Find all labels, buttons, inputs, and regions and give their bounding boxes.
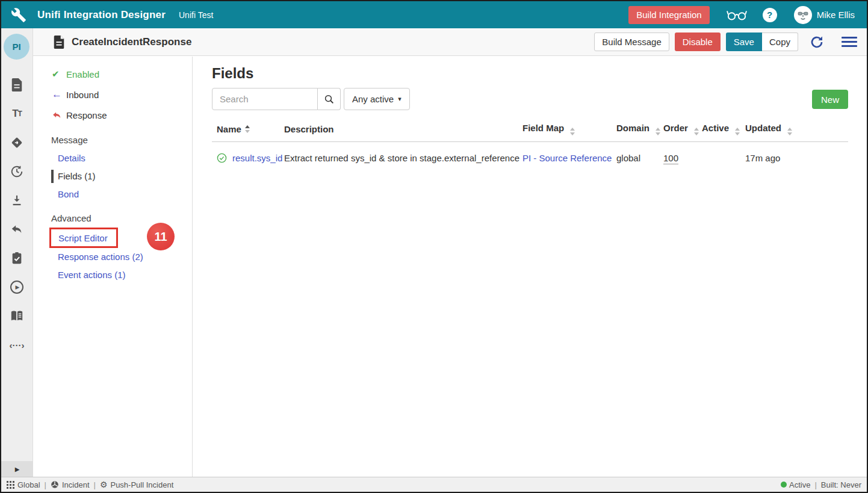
search-button[interactable] <box>318 88 341 110</box>
main-content: Fields Any active ▾ New Name Description… <box>193 57 867 477</box>
sort-icon[interactable] <box>570 128 575 135</box>
run-icon[interactable]: ▶ <box>10 280 24 294</box>
nav-enabled[interactable]: ✔ Enabled <box>34 64 192 84</box>
nav-item-bond[interactable]: Bond <box>34 185 192 203</box>
statusbar-right: Active | Built: Never <box>781 480 861 489</box>
history-icon[interactable] <box>10 164 24 179</box>
cell-updated: 17m ago <box>745 153 848 163</box>
code-icon[interactable]: ‹···› <box>10 338 24 352</box>
nav-response[interactable]: Response <box>34 105 192 125</box>
refresh-button[interactable] <box>810 35 824 49</box>
inbound-arrow-icon: ← <box>52 88 64 101</box>
download-icon[interactable] <box>10 193 24 208</box>
nav-item-script-editor[interactable]: Script Editor <box>51 233 108 243</box>
glasses-icon[interactable] <box>727 8 747 22</box>
wrench-icon <box>11 7 26 23</box>
cell-name: result.sys_id <box>212 153 284 163</box>
nav-item-fields[interactable]: Fields (1) <box>34 167 192 185</box>
check-icon: ✔ <box>52 69 64 79</box>
cell-description: Extract returned sys_id & store in stage… <box>284 153 522 163</box>
disable-button[interactable]: Disable <box>675 33 721 51</box>
sort-icon[interactable] <box>245 125 250 133</box>
column-header-field-map[interactable]: Field Map <box>522 123 616 135</box>
sort-icon[interactable] <box>787 128 792 135</box>
header-buttons: Build Message Disable Save Copy <box>594 33 857 51</box>
expand-arrow-icon: ▶ <box>15 466 20 473</box>
reply-icon[interactable] <box>10 222 24 237</box>
statusbar-incident[interactable]: Incident <box>51 480 90 489</box>
menu-icon[interactable] <box>842 37 857 47</box>
page-title: CreateIncidentResponse <box>72 36 191 48</box>
statusbar-global[interactable]: Global <box>7 480 40 489</box>
status-dot-icon <box>781 482 787 488</box>
save-button[interactable]: Save <box>726 33 762 51</box>
search-input[interactable] <box>212 88 318 110</box>
order-editable-value[interactable]: 100 <box>663 153 678 164</box>
statusbar-incident-label: Incident <box>62 480 90 489</box>
column-header-domain[interactable]: Domain <box>616 123 663 135</box>
process-icon <box>51 480 59 489</box>
user-face-icon <box>795 7 811 23</box>
built-label: Built: Never <box>821 480 861 489</box>
status-active-label: Active <box>789 480 810 489</box>
fields-table: Name Description Field Map Domain Order <box>212 117 848 174</box>
statusbar-global-label: Global <box>17 480 40 489</box>
field-name-link[interactable]: result.sys_id <box>232 153 282 163</box>
nav-section-message: Message <box>34 131 192 149</box>
status-bar: Global | Incident | ⚙ Push-Pull Incident… <box>1 477 867 492</box>
statusbar-integration[interactable]: ⚙ Push-Pull Incident <box>100 480 173 489</box>
app-title: Unifi Integration Designer <box>37 9 166 21</box>
copy-button[interactable]: Copy <box>762 33 798 51</box>
page-header: CreateIncidentResponse Build Message Dis… <box>33 28 867 56</box>
column-header-name[interactable]: Name <box>212 124 284 134</box>
field-map-link[interactable]: PI - Source Reference <box>522 153 612 163</box>
nav-response-label: Response <box>66 110 107 120</box>
nav-item-event-actions[interactable]: Event actions (1) <box>34 266 192 284</box>
icon-sidebar: TT ▶ ‹···› ▶ <box>1 28 33 477</box>
new-button[interactable]: New <box>812 90 848 109</box>
table-header-row: Name Description Field Map Domain Order <box>212 117 848 142</box>
documentation-icon[interactable] <box>10 309 24 323</box>
active-filter-dropdown[interactable]: Any active ▾ <box>344 88 410 110</box>
nav-inbound[interactable]: ← Inbound <box>34 84 192 105</box>
build-integration-button[interactable]: Build Integration <box>628 6 709 24</box>
column-header-order[interactable]: Order <box>663 123 702 135</box>
annotation-step-badge: 11 <box>147 223 175 250</box>
app-window: Unifi Integration Designer Unifi Test Bu… <box>0 0 868 493</box>
nav-enabled-label: Enabled <box>66 69 99 79</box>
script-editor-highlight-box: Script Editor <box>49 228 118 248</box>
active-check-icon <box>217 153 227 163</box>
text-format-icon[interactable]: TT <box>10 107 24 121</box>
refresh-icon <box>810 35 824 49</box>
nav-item-details[interactable]: Details <box>34 149 192 167</box>
sort-icon[interactable] <box>694 128 699 135</box>
chevron-down-icon: ▾ <box>398 95 401 103</box>
help-icon[interactable]: ? <box>763 8 777 22</box>
gear-icon: ⚙ <box>100 480 108 489</box>
grid-icon <box>7 481 14 489</box>
user-avatar[interactable] <box>794 6 812 24</box>
column-header-description[interactable]: Description <box>284 124 522 134</box>
field-maps-icon[interactable] <box>10 135 24 150</box>
column-header-updated[interactable]: Updated <box>745 123 848 135</box>
filter-label: Any active <box>352 94 394 104</box>
expand-sidebar-button[interactable]: ▶ <box>1 461 33 477</box>
search-icon <box>324 94 335 105</box>
sort-icon[interactable] <box>656 128 660 135</box>
nav-item-response-actions[interactable]: Response actions (2) <box>34 248 192 266</box>
cell-domain: global <box>616 153 663 163</box>
statusbar-integration-label: Push-Pull Incident <box>110 480 173 489</box>
fields-toolbar: Any active ▾ <box>212 88 410 110</box>
document-icon <box>53 36 65 49</box>
nav-panel: ✔ Enabled ← Inbound Response Message Det… <box>34 57 193 477</box>
toggle-knob <box>685 160 701 175</box>
tasks-icon[interactable] <box>10 251 24 265</box>
integration-avatar[interactable]: PI <box>4 34 29 60</box>
response-reply-icon <box>52 110 64 120</box>
sort-icon[interactable] <box>735 128 740 135</box>
messages-icon[interactable] <box>10 78 24 92</box>
column-header-active[interactable]: Active <box>702 123 745 135</box>
user-name[interactable]: Mike Ellis <box>817 10 855 20</box>
build-message-button[interactable]: Build Message <box>594 33 669 51</box>
section-title: Fields <box>212 65 253 82</box>
